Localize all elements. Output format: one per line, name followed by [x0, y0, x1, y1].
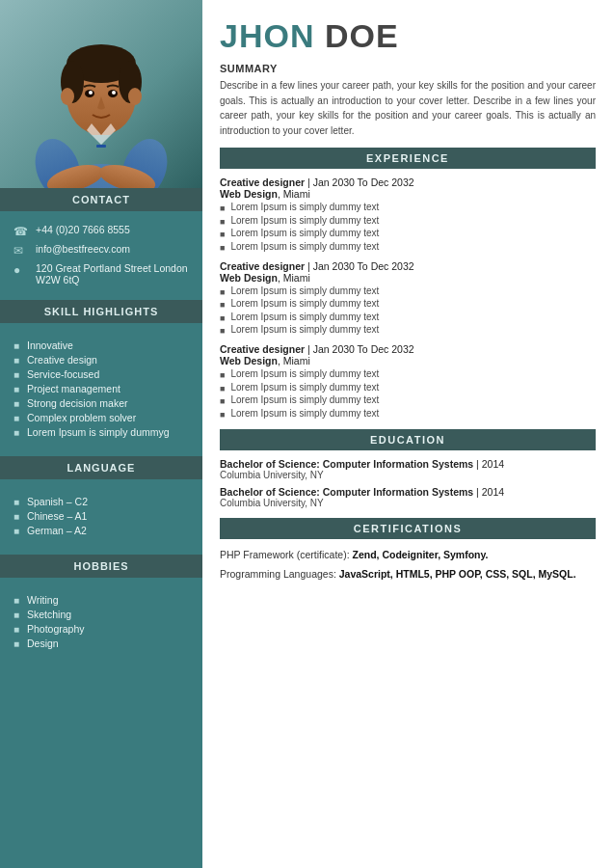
contact-section: CONTACT ☎ +44 (0)20 7666 8555 ✉ info@bes…: [0, 188, 202, 298]
last-name: DOE: [325, 17, 399, 54]
main-content: JHON DOE SUMMARY Describe in a few lines…: [202, 0, 613, 868]
list-item: ■ Lorem Ipsum is simply dummy text: [220, 324, 596, 336]
job-bullets: ■ Lorem Ipsum is simply dummy text ■ Lor…: [220, 202, 596, 253]
language-label: German – A2: [27, 525, 87, 536]
bullet-icon: ■: [13, 427, 21, 438]
certifications-container: PHP Framework (certificate): Zend, Codei…: [220, 547, 596, 583]
bullet-text: Lorem Ipsum is simply dummy text: [230, 215, 379, 227]
sidebar: CONTACT ☎ +44 (0)20 7666 8555 ✉ info@bes…: [0, 0, 202, 868]
job-title-text: Creative designer: [220, 260, 305, 272]
job-date: | Jan 2030 To Dec 2032: [307, 343, 414, 355]
skill-label: Strong decision maker: [27, 397, 127, 409]
bullet-icon: ■: [13, 413, 21, 423]
bullet-icon: ■: [13, 369, 21, 380]
job-date: | Jan 2030 To Dec 2032: [307, 260, 414, 272]
svg-rect-17: [96, 145, 106, 148]
edu-school: Columbia University, NY: [220, 470, 596, 480]
skill-label: Complex problem solver: [27, 412, 136, 423]
language-item: ■German – A2: [13, 525, 189, 536]
hobby-item: ■Writing: [13, 594, 189, 606]
list-item: ■ Lorem Ipsum is simply dummy text: [220, 241, 596, 253]
bullet-icon: ■: [220, 243, 225, 253]
address-text: 120 Great Portland Street London W2W 6tQ: [36, 262, 189, 285]
company-name: Web Design: [220, 272, 278, 284]
job-company: Web Design, Miami: [220, 188, 596, 200]
edu-school: Columbia University, NY: [220, 498, 596, 508]
job-entry: Creative designer | Jan 2030 To Dec 2032…: [220, 176, 596, 253]
job-title-text: Creative designer: [220, 343, 305, 355]
bullet-text: Lorem Ipsum is simply dummy text: [230, 241, 379, 253]
education-entry: Bachelor of Science: Computer Informatio…: [220, 486, 596, 508]
bullet-icon: ■: [220, 326, 225, 336]
skill-item: ■Strong decision maker: [13, 397, 189, 409]
bullet-icon: ■: [13, 355, 21, 366]
bullet-icon: ■: [220, 287, 225, 297]
location-icon: ●: [13, 263, 29, 277]
hobby-label: Writing: [27, 594, 58, 606]
job-entry: Creative designer | Jan 2030 To Dec 2032…: [220, 260, 596, 337]
bullet-icon: ■: [13, 340, 21, 351]
bullet-icon: ■: [220, 370, 225, 380]
bullet-icon: ■: [13, 497, 21, 507]
skill-label: Lorem Ipsum is simply dummyg: [27, 426, 170, 438]
bullet-text: Lorem Ipsum is simply dummy text: [230, 324, 379, 336]
hobby-label: Photography: [27, 623, 85, 635]
skill-item: ■Innovative: [13, 339, 189, 351]
list-item: ■ Lorem Ipsum is simply dummy text: [220, 368, 596, 380]
bullet-text: Lorem Ipsum is simply dummy text: [230, 312, 379, 323]
phone-item: ☎ +44 (0)20 7666 8555: [13, 224, 189, 238]
summary-text: Describe in a few lines your career path…: [220, 78, 596, 138]
list-item: ■ Lorem Ipsum is simply dummy text: [220, 312, 596, 323]
email-item: ✉ info@bestfreecv.com: [13, 243, 189, 258]
svg-point-11: [61, 88, 74, 105]
cert-item: Programming Languages: JavaScript, HTML5…: [220, 566, 596, 582]
skills-content: ■Innovative■Creative design■Service-focu…: [0, 323, 202, 454]
hobbies-header: HOBBIES: [0, 555, 202, 578]
summary-title: SUMMARY: [220, 63, 596, 74]
hobby-label: Sketching: [27, 609, 71, 620]
email-icon: ✉: [13, 244, 29, 258]
bullet-text: Lorem Ipsum is simply dummy text: [230, 285, 379, 297]
hobbies-section: HOBBIES ■Writing■Sketching■Photography■D…: [0, 555, 202, 665]
edu-degree: Bachelor of Science: Computer Informatio…: [220, 486, 596, 498]
photo-area: [0, 0, 202, 188]
summary-section: SUMMARY Describe in a few lines your car…: [220, 63, 596, 138]
bullet-icon: ■: [220, 300, 225, 310]
skills-header: SKILL HIGHLIGHTS: [0, 300, 202, 323]
bullet-icon: ■: [220, 230, 225, 239]
list-item: ■ Lorem Ipsum is simply dummy text: [220, 394, 596, 406]
job-bullets: ■ Lorem Ipsum is simply dummy text ■ Lor…: [220, 368, 596, 420]
job-title-text: Creative designer: [220, 176, 305, 188]
first-name: JHON: [220, 17, 325, 54]
job-title: Creative designer | Jan 2030 To Dec 2032: [220, 176, 596, 188]
bullet-icon: ■: [13, 511, 21, 522]
list-item: ■ Lorem Ipsum is simply dummy text: [220, 382, 596, 393]
hobby-item: ■Sketching: [13, 609, 189, 620]
job-company: Web Design, Miami: [220, 272, 596, 284]
bullet-text: Lorem Ipsum is simply dummy text: [230, 382, 379, 393]
job-title: Creative designer | Jan 2030 To Dec 2032: [220, 343, 596, 355]
language-label: Chinese – A1: [27, 510, 87, 522]
list-item: ■ Lorem Ipsum is simply dummy text: [220, 285, 596, 297]
bullet-text: Lorem Ipsum is simply dummy text: [230, 394, 379, 406]
language-item: ■Chinese – A1: [13, 510, 189, 522]
skill-item: ■Lorem Ipsum is simply dummyg: [13, 426, 189, 438]
skills-section: SKILL HIGHLIGHTS ■Innovative■Creative de…: [0, 300, 202, 454]
skill-label: Project management: [27, 383, 120, 394]
hobbies-list: ■Writing■Sketching■Photography■Design: [13, 585, 189, 658]
hobby-item: ■Design: [13, 637, 189, 649]
contact-content: ☎ +44 (0)20 7666 8555 ✉ info@bestfreecv.…: [0, 211, 202, 298]
bullet-text: Lorem Ipsum is simply dummy text: [230, 368, 379, 380]
bullet-text: Lorem Ipsum is simply dummy text: [230, 202, 379, 213]
email-address: info@bestfreecv.com: [36, 243, 130, 255]
bullet-icon: ■: [13, 526, 21, 536]
bullet-text: Lorem Ipsum is simply dummy text: [230, 408, 379, 420]
hobby-item: ■Photography: [13, 623, 189, 635]
education-bar: EDUCATION: [220, 429, 596, 450]
job-company: Web Design, Miami: [220, 355, 596, 366]
bullet-icon: ■: [13, 595, 21, 606]
language-label: Spanish – C2: [27, 496, 88, 507]
language-section: LANGUAGE ■Spanish – C2■Chinese – A1■Germ…: [0, 456, 202, 553]
certifications-bar: CERTIFICATIONS: [220, 518, 596, 539]
list-item: ■ Lorem Ipsum is simply dummy text: [220, 298, 596, 310]
